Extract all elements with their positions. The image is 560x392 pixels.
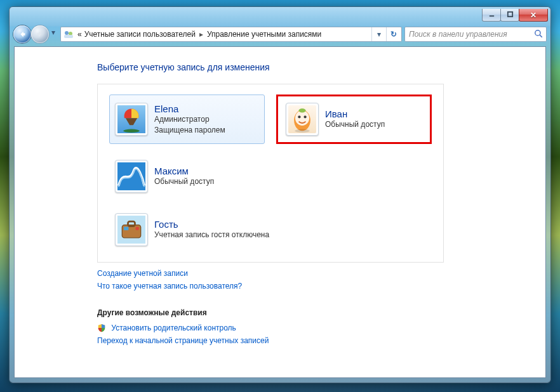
avatar bbox=[115, 160, 148, 193]
client-area: Выберите учетную запись для изменения bbox=[14, 46, 546, 378]
user-accounts-icon bbox=[63, 29, 74, 39]
svg-point-12 bbox=[303, 115, 306, 118]
other-actions-heading: Другие возможные действия bbox=[97, 308, 545, 317]
account-role: Администратор bbox=[154, 114, 225, 124]
link-parental-controls[interactable]: Установить родительский контроль bbox=[111, 323, 236, 332]
account-item-maksim[interactable]: Максим Обычный доступ bbox=[109, 155, 265, 197]
arrow-right-icon bbox=[36, 30, 44, 39]
svg-point-14 bbox=[295, 129, 310, 133]
account-name: Elena bbox=[154, 103, 225, 114]
navigation-row: ▾ « Учетные записи пользователей ▸ Управ… bbox=[13, 25, 547, 44]
account-item-elena[interactable]: Elena Администратор Защищена паролем bbox=[109, 95, 265, 144]
svg-point-21 bbox=[135, 226, 139, 230]
avatar-suitcase-icon bbox=[117, 216, 145, 244]
account-texts: Гость Учетная запись гостя отключена bbox=[154, 219, 269, 240]
address-bar[interactable]: « Учетные записи пользователей ▸ Управле… bbox=[60, 27, 402, 42]
back-button[interactable] bbox=[13, 25, 31, 43]
address-bar-right: ▾ ↻ bbox=[371, 27, 400, 41]
avatar-character-icon bbox=[288, 105, 316, 133]
breadcrumb: « Учетные записи пользователей ▸ Управле… bbox=[76, 30, 371, 39]
avatar bbox=[115, 213, 148, 246]
svg-point-8 bbox=[123, 129, 140, 133]
nav-history-dropdown[interactable]: ▾ bbox=[49, 25, 58, 39]
minimize-icon bbox=[488, 11, 495, 19]
avatar bbox=[115, 103, 148, 136]
page-title: Выберите учетную запись для изменения bbox=[97, 62, 545, 72]
chevron-right-icon[interactable]: ▸ bbox=[197, 30, 206, 39]
uac-shield-icon bbox=[97, 323, 106, 332]
avatar-rollercoaster-icon bbox=[117, 162, 145, 190]
account-texts: Максим Обычный доступ bbox=[154, 166, 214, 186]
arrow-left-icon bbox=[18, 30, 27, 39]
close-icon: ✕ bbox=[530, 11, 537, 20]
account-role: Обычный доступ bbox=[325, 119, 385, 129]
search-box[interactable] bbox=[404, 27, 547, 42]
main-content: Выберите учетную запись для изменения bbox=[15, 47, 545, 349]
search-input[interactable] bbox=[408, 29, 531, 39]
window-control-group: ✕ bbox=[483, 9, 548, 22]
search-icon[interactable] bbox=[534, 29, 543, 39]
breadcrumb-level-2[interactable]: Управление учетными записями bbox=[206, 30, 323, 39]
account-status: Защищена паролем bbox=[154, 125, 225, 135]
account-texts: Elena Администратор Защищена паролем bbox=[154, 103, 225, 134]
titlebar: ✕ bbox=[13, 11, 547, 23]
forward-button[interactable] bbox=[31, 25, 49, 43]
account-status: Учетная запись гостя отключена bbox=[154, 230, 269, 240]
svg-rect-4 bbox=[64, 35, 73, 38]
avatar bbox=[286, 103, 319, 136]
chevron-down-icon: ▾ bbox=[377, 30, 381, 39]
close-button[interactable]: ✕ bbox=[519, 9, 548, 22]
account-role: Обычный доступ bbox=[154, 176, 214, 186]
grid-spacer bbox=[276, 155, 432, 197]
chevron-down-icon: ▾ bbox=[51, 28, 55, 37]
refresh-button[interactable]: ↻ bbox=[386, 27, 400, 41]
svg-point-13 bbox=[299, 108, 306, 112]
maximize-button[interactable] bbox=[500, 9, 519, 22]
svg-rect-0 bbox=[489, 15, 493, 16]
refresh-icon: ↻ bbox=[390, 30, 397, 39]
account-name: Иван bbox=[325, 108, 385, 119]
svg-point-2 bbox=[65, 31, 69, 35]
link-accounts-home[interactable]: Переход к начальной странице учетных зап… bbox=[97, 336, 269, 345]
breadcrumb-level-1[interactable]: Учетные записи пользователей bbox=[83, 30, 197, 39]
nav-button-group: ▾ bbox=[13, 25, 58, 43]
accounts-panel: Elena Администратор Защищена паролем bbox=[97, 84, 444, 263]
account-item-guest[interactable]: Гость Учетная запись гостя отключена bbox=[109, 209, 432, 251]
tutorial-highlight-frame: Иван Обычный доступ bbox=[276, 95, 432, 144]
svg-rect-1 bbox=[507, 12, 512, 16]
address-dropdown-button[interactable]: ▾ bbox=[372, 27, 386, 41]
accounts-grid: Elena Администратор Защищена паролем bbox=[109, 95, 432, 251]
account-texts: Иван Обычный доступ bbox=[325, 108, 385, 129]
svg-point-5 bbox=[535, 30, 540, 36]
avatar-balloon-icon bbox=[117, 105, 145, 133]
breadcrumb-prefix[interactable]: « bbox=[76, 30, 83, 39]
minimize-button[interactable] bbox=[482, 9, 501, 22]
explorer-window: ✕ ▾ « Учетные записи пользователей ▸ bbox=[9, 6, 551, 383]
link-what-is-account[interactable]: Что такое учетная запись пользователя? bbox=[97, 282, 242, 291]
account-name: Максим bbox=[154, 166, 214, 176]
svg-line-6 bbox=[540, 35, 543, 37]
account-name: Гость bbox=[154, 219, 269, 230]
maximize-icon bbox=[507, 11, 514, 19]
svg-point-11 bbox=[298, 115, 300, 118]
account-item-ivan[interactable]: Иван Обычный доступ bbox=[280, 98, 428, 140]
related-links: Создание учетной записи Что такое учетна… bbox=[97, 269, 545, 294]
svg-rect-20 bbox=[124, 226, 128, 230]
other-actions: Другие возможные действия Установить род… bbox=[97, 308, 545, 349]
link-create-account[interactable]: Создание учетной записи bbox=[97, 269, 188, 278]
